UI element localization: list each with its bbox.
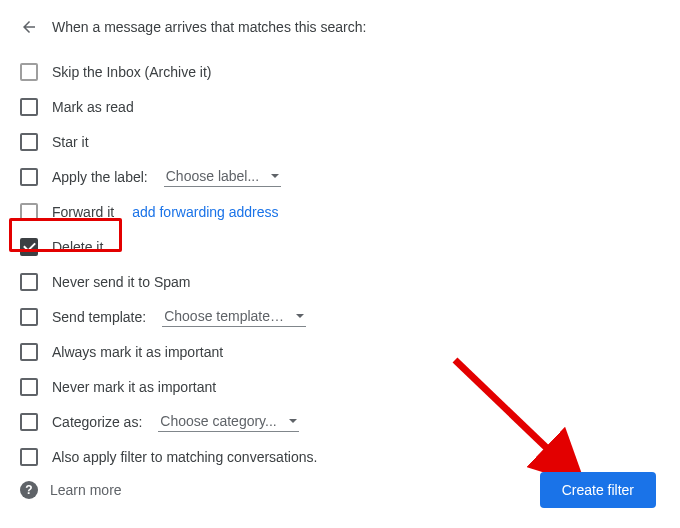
checkbox[interactable]	[20, 168, 38, 186]
option-mark-read: Mark as read	[20, 89, 656, 124]
option-label: Never mark it as important	[52, 379, 216, 395]
option-label: Always mark it as important	[52, 344, 223, 360]
add-forwarding-link[interactable]: add forwarding address	[132, 204, 278, 220]
option-label: Forward it	[52, 204, 114, 220]
option-delete: Delete it	[20, 229, 656, 264]
chevron-down-icon	[296, 314, 304, 318]
option-skip-inbox: Skip the Inbox (Archive it)	[20, 54, 656, 89]
option-label: Never send it to Spam	[52, 274, 191, 290]
option-categorize: Categorize as: Choose category...	[20, 404, 656, 439]
option-label: Categorize as:	[52, 414, 142, 430]
option-label: Also apply filter to matching conversati…	[52, 449, 317, 465]
checkbox[interactable]	[20, 203, 38, 221]
option-label: Star it	[52, 134, 89, 150]
chevron-down-icon	[289, 419, 297, 423]
option-label: Delete it	[52, 239, 103, 255]
dropdown-text: Choose category...	[160, 413, 276, 429]
option-apply-existing: Also apply filter to matching conversati…	[20, 439, 656, 474]
checkbox[interactable]	[20, 343, 38, 361]
option-always-important: Always mark it as important	[20, 334, 656, 369]
template-dropdown[interactable]: Choose template…	[162, 306, 306, 327]
checkbox[interactable]	[20, 98, 38, 116]
option-forward: Forward it add forwarding address	[20, 194, 656, 229]
dropdown-text: Choose template…	[164, 308, 284, 324]
checkbox[interactable]	[20, 238, 38, 256]
checkbox[interactable]	[20, 273, 38, 291]
option-never-important: Never mark it as important	[20, 369, 656, 404]
checkbox[interactable]	[20, 308, 38, 326]
filter-options: Skip the Inbox (Archive it) Mark as read…	[20, 54, 656, 474]
checkbox[interactable]	[20, 378, 38, 396]
option-label: Send template:	[52, 309, 146, 325]
dropdown-text: Choose label...	[166, 168, 259, 184]
option-label: Apply the label:	[52, 169, 148, 185]
learn-more[interactable]: ? Learn more	[20, 481, 122, 499]
option-apply-label: Apply the label: Choose label...	[20, 159, 656, 194]
header: When a message arrives that matches this…	[20, 18, 656, 36]
option-label: Skip the Inbox (Archive it)	[52, 64, 212, 80]
header-title: When a message arrives that matches this…	[52, 19, 366, 35]
label-dropdown[interactable]: Choose label...	[164, 166, 281, 187]
option-label: Mark as read	[52, 99, 134, 115]
checkbox[interactable]	[20, 63, 38, 81]
back-arrow-icon[interactable]	[20, 18, 38, 36]
checkbox[interactable]	[20, 448, 38, 466]
chevron-down-icon	[271, 174, 279, 178]
checkbox[interactable]	[20, 133, 38, 151]
option-star: Star it	[20, 124, 656, 159]
category-dropdown[interactable]: Choose category...	[158, 411, 298, 432]
learn-more-text: Learn more	[50, 482, 122, 498]
footer: ? Learn more Create filter	[20, 472, 656, 508]
option-send-template: Send template: Choose template…	[20, 299, 656, 334]
checkbox[interactable]	[20, 413, 38, 431]
option-never-spam: Never send it to Spam	[20, 264, 656, 299]
help-icon: ?	[20, 481, 38, 499]
create-filter-button[interactable]: Create filter	[540, 472, 656, 508]
